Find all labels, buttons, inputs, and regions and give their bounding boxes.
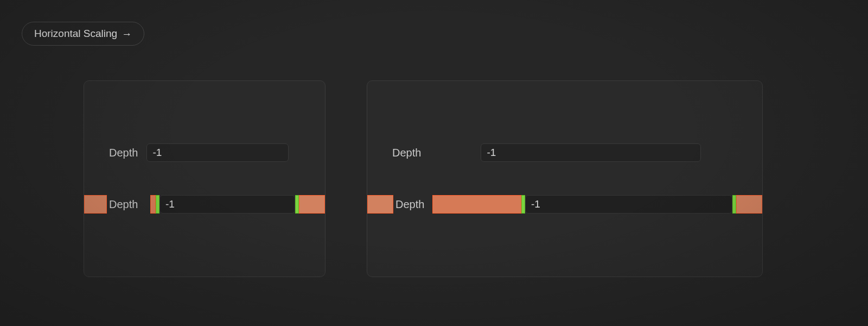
overlay-region-right bbox=[299, 195, 325, 214]
overlay-marker-start bbox=[521, 195, 525, 214]
overlay-depth-input[interactable]: -1 bbox=[525, 195, 732, 214]
overlay-region-label-overflow bbox=[150, 195, 156, 214]
overlay-depth-label: Depth bbox=[107, 195, 150, 214]
panel-small: Depth -1 Depth -1 bbox=[84, 80, 326, 277]
depth-input[interactable]: -1 bbox=[146, 143, 289, 162]
depth-input[interactable]: -1 bbox=[481, 143, 701, 162]
depth-label: Depth bbox=[392, 147, 421, 159]
panels-container: Depth -1 Depth -1 Depth -1 Depth -1 bbox=[84, 80, 763, 277]
chip-label: Horizontal Scaling bbox=[34, 28, 117, 40]
horizontal-scaling-chip[interactable]: Horizontal Scaling → bbox=[22, 22, 144, 46]
overlay-region-right bbox=[736, 195, 762, 214]
overlay-region-left bbox=[84, 195, 107, 214]
overlay-depth-input[interactable]: -1 bbox=[159, 195, 295, 214]
overlay-marker-end bbox=[732, 195, 736, 214]
panel-large-row-depth: Depth -1 bbox=[367, 143, 762, 162]
panel-small-overlay-row: Depth -1 bbox=[84, 195, 325, 214]
panel-small-row-depth: Depth -1 bbox=[84, 143, 325, 162]
panel-large-overlay-row: Depth -1 bbox=[367, 195, 762, 214]
overlay-marker-end bbox=[295, 195, 299, 214]
arrow-right-icon: → bbox=[122, 29, 132, 39]
overlay-region-label-overflow bbox=[432, 195, 521, 214]
overlay-region-left bbox=[367, 195, 393, 214]
panel-large: Depth -1 Depth -1 bbox=[367, 80, 763, 277]
depth-label: Depth bbox=[109, 147, 138, 159]
overlay-marker-start bbox=[156, 195, 159, 214]
overlay-depth-label: Depth bbox=[393, 195, 432, 214]
